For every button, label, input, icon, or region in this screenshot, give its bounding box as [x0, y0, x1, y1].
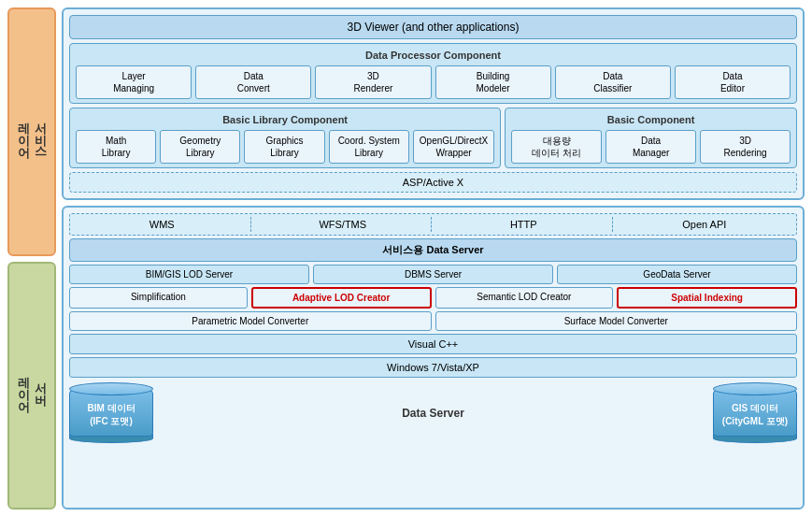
- adaptive-lod-creator: Adaptive LOD Creator: [251, 287, 432, 309]
- bl-item-0: MathLibrary: [76, 130, 156, 164]
- viewer-label: 3D Viewer (and other applications): [348, 21, 520, 34]
- bc-item-2: 3DRendering: [700, 130, 791, 164]
- bc-item-0: 대용량데이터 처리: [511, 130, 602, 164]
- main-container: 서비스레이어 서버레이어 3D Viewer (and other applic…: [0, 0, 812, 517]
- dp-item-2: 3DRenderer: [315, 65, 431, 99]
- data-processor-box: Data Processor Component LayerManaging D…: [69, 43, 797, 104]
- bl-item-1: GeometryLibrary: [160, 130, 240, 164]
- basic-libs-row: Basic Library Component MathLibrary Geom…: [69, 108, 797, 168]
- api-row: WMS WFS/TMS HTTP Open API: [69, 213, 797, 236]
- bim-gis-server: BIM/GIS LOD Server: [69, 265, 309, 284]
- asp-label: ASP/Active X: [403, 177, 463, 188]
- bottom-row: BIM 데이터(IFC 포맷) Data Server GIS 데이터(City…: [69, 382, 797, 443]
- api-wms: WMS: [74, 217, 251, 232]
- servers-row: BIM/GIS LOD Server DBMS Server GeoData S…: [69, 265, 797, 284]
- viewer-box: 3D Viewer (and other applications): [69, 15, 797, 39]
- semantic-lod-creator: Semantic LOD Creator: [435, 287, 614, 309]
- server-layer-label: 서버레이어: [7, 262, 56, 510]
- converters-row: Parametric Model Converter Surface Model…: [69, 311, 797, 331]
- api-wfs: WFS/TMS: [255, 217, 433, 232]
- parametric-model-converter: Parametric Model Converter: [69, 311, 432, 331]
- cylinder-body-bim: BIM 데이터(IFC 포맷): [69, 390, 153, 437]
- gis-database: GIS 데이터(CityGML 포맷): [713, 382, 797, 443]
- surface-model-converter: Surface Model Converter: [435, 311, 798, 331]
- service-layer: 3D Viewer (and other applications) Data …: [62, 7, 805, 200]
- bc-item-1: DataManager: [605, 130, 696, 164]
- right-content: 3D Viewer (and other applications) Data …: [62, 7, 805, 510]
- basic-component: Basic Component 대용량데이터 처리 DataManager 3D…: [505, 108, 797, 168]
- bl-item-4: OpenGL/DirectXWrapper: [413, 130, 494, 164]
- visual-cpp-box: Visual C++: [69, 334, 797, 354]
- basic-component-items: 대용량데이터 처리 DataManager 3DRendering: [511, 130, 791, 164]
- bim-database: BIM 데이터(IFC 포맷): [69, 382, 153, 443]
- lod-row: Simplification Adaptive LOD Creator Sema…: [69, 287, 797, 309]
- cylinder-body-gis: GIS 데이터(CityGML 포맷): [713, 390, 797, 437]
- basic-lib-title: Basic Library Component: [76, 112, 494, 127]
- bl-item-2: GraphicsLibrary: [244, 130, 324, 164]
- spatial-indexing: Spatial Indexing: [617, 287, 797, 309]
- dp-item-5: DataEditor: [675, 65, 791, 99]
- basic-lib-component: Basic Library Component MathLibrary Geom…: [69, 108, 501, 168]
- service-layer-label: 서비스레이어: [7, 7, 56, 256]
- data-processor-items: LayerManaging DataConvert 3DRenderer Bui…: [76, 65, 791, 99]
- api-http: HTTP: [435, 217, 613, 232]
- cylinder-top-gis: [713, 382, 797, 395]
- simplification: Simplification: [69, 287, 248, 309]
- basic-component-title: Basic Component: [511, 112, 791, 127]
- bl-item-3: Coord. SystemLibrary: [329, 130, 409, 164]
- dp-item-4: DataClassifier: [555, 65, 671, 99]
- api-openapi: Open API: [617, 217, 793, 232]
- geodata-server: GeoData Server: [557, 265, 797, 284]
- data-processor-title: Data Processor Component: [76, 48, 791, 63]
- data-server-box: 서비스용 Data Server: [69, 238, 797, 262]
- asp-box: ASP/Active X: [69, 172, 797, 193]
- server-layer: WMS WFS/TMS HTTP Open API 서비스용 Data Serv…: [62, 206, 805, 510]
- dp-item-1: DataConvert: [195, 65, 311, 99]
- dbms-server: DBMS Server: [313, 265, 553, 284]
- left-labels: 서비스레이어 서버레이어: [7, 7, 56, 510]
- windows-box: Windows 7/Vista/XP: [69, 357, 797, 378]
- dp-item-3: BuildingModeler: [435, 65, 551, 99]
- cylinder-top-bim: [69, 382, 153, 395]
- basic-lib-items: MathLibrary GeometryLibrary GraphicsLibr…: [76, 130, 494, 164]
- dp-item-0: LayerManaging: [76, 65, 192, 99]
- bottom-data-server: Data Server: [153, 407, 713, 420]
